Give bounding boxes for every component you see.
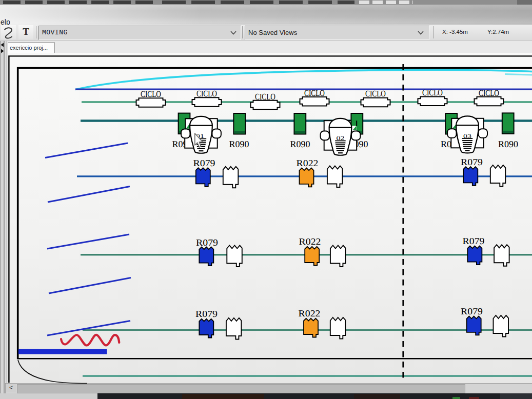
svg-text:R079: R079 (461, 306, 483, 316)
svg-text:CICLO: CICLO (479, 88, 499, 98)
svg-text:R079: R079 (195, 309, 218, 319)
svg-text:R079: R079 (463, 236, 485, 246)
svg-text:R079: R079 (193, 158, 215, 168)
svg-text:CICLO: CICLO (141, 89, 161, 99)
svg-text:CICLO: CICLO (365, 89, 386, 98)
svg-text:R090: R090 (498, 139, 518, 149)
svg-text:R079: R079 (461, 157, 483, 167)
svg-text:03: 03 (463, 133, 472, 139)
svg-text:CICLO: CICLO (422, 88, 443, 97)
svg-text:02: 02 (337, 135, 345, 142)
svg-text:R022: R022 (299, 236, 321, 247)
svg-text:CICLO: CICLO (304, 88, 325, 98)
svg-text:CICLO: CICLO (196, 89, 217, 98)
svg-text:R090: R090 (290, 139, 310, 149)
svg-text:CICLO: CICLO (255, 92, 275, 102)
svg-text:R022: R022 (299, 308, 321, 318)
svg-text:R022: R022 (297, 158, 319, 168)
svg-text:R090: R090 (229, 139, 249, 149)
svg-text:R079: R079 (196, 237, 218, 248)
